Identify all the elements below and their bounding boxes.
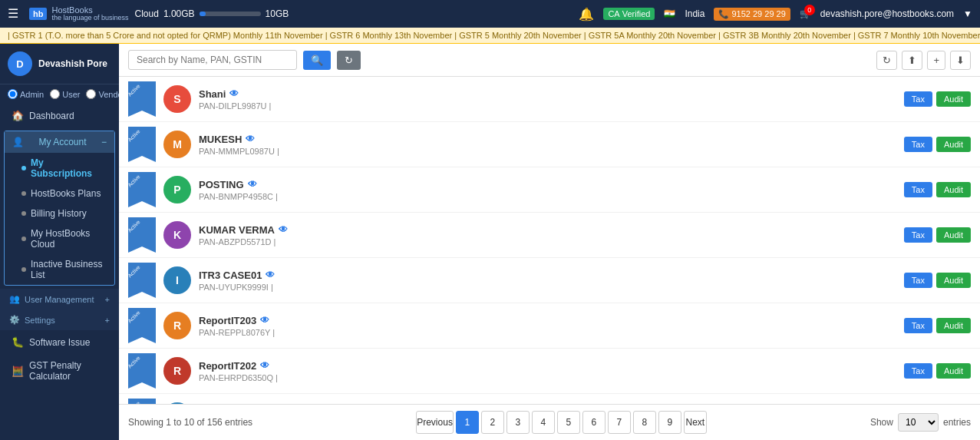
- audit-button[interactable]: Audit: [936, 227, 971, 243]
- audit-button[interactable]: Audit: [936, 363, 971, 379]
- download-icon-button[interactable]: ⬇: [950, 51, 971, 70]
- dot-icon: [21, 166, 26, 170]
- svg-marker-7: [128, 399, 156, 404]
- page-button-5[interactable]: 5: [557, 411, 580, 434]
- tax-button[interactable]: Tax: [904, 273, 932, 288]
- audit-button[interactable]: Audit: [936, 182, 971, 197]
- calc-icon: 🧮: [12, 366, 24, 377]
- entry-pan: PAN-DILPL9987U |: [199, 101, 896, 111]
- sidebar-item-billing-history[interactable]: Billing History: [5, 203, 114, 223]
- content-area: 🔍 ↻ ↻ ⬆ + ⬇ Active S Shani 👁: [119, 44, 980, 440]
- action-buttons: Tax Audit: [904, 182, 971, 197]
- sidebar-item-settings[interactable]: ⚙️ Settings +: [0, 309, 119, 330]
- ribbon-wrapper: Active: [128, 399, 156, 404]
- eye-icon[interactable]: 👁: [248, 179, 257, 190]
- sidebar-item-software-issue[interactable]: 🐛 Software Issue: [0, 330, 119, 354]
- tax-button[interactable]: Tax: [904, 318, 932, 333]
- bug-icon: 🐛: [12, 336, 24, 348]
- avatar: R: [163, 312, 191, 339]
- submenu-inactive-label: Inactive Business List: [31, 259, 107, 280]
- eye-icon[interactable]: 👁: [266, 270, 275, 280]
- my-account-icon: 👤: [12, 137, 24, 147]
- tax-button[interactable]: Tax: [904, 91, 932, 107]
- prev-button[interactable]: Previous: [416, 411, 454, 434]
- search-input[interactable]: [128, 50, 297, 70]
- chevron-down-icon[interactable]: ▼: [963, 8, 972, 19]
- search-button[interactable]: 🔍: [303, 51, 331, 70]
- my-account-section: 👤 My Account − My Subscriptions HostBook…: [4, 131, 115, 286]
- sync-icon-button[interactable]: ↻: [876, 51, 897, 70]
- audit-button[interactable]: Audit: [936, 91, 971, 107]
- page-button-7[interactable]: 7: [608, 411, 631, 434]
- table-row: Active K KUMAR VERMA 👁 PAN-ABZPD5571D | …: [119, 213, 980, 258]
- add-icon-button[interactable]: +: [927, 51, 945, 70]
- page-button-1[interactable]: 1: [456, 411, 479, 434]
- entries-label: entries: [943, 417, 971, 428]
- role-admin[interactable]: Admin: [8, 89, 44, 99]
- sidebar-item-dashboard[interactable]: 🏠 Dashboard: [0, 104, 119, 127]
- entry-info: KUMAR VERMA 👁 PAN-ABZPD5571D |: [199, 224, 896, 246]
- sidebar-item-inactive-business[interactable]: Inactive Business List: [5, 254, 114, 285]
- audit-button[interactable]: Audit: [936, 137, 971, 152]
- logo-box: hb: [29, 8, 47, 20]
- tax-button[interactable]: Tax: [904, 137, 932, 152]
- avatar: M: [163, 131, 191, 158]
- verified-label: Verified: [622, 9, 651, 18]
- user-mgmt-label: User Management: [25, 295, 94, 304]
- eye-icon[interactable]: 👁: [260, 360, 269, 371]
- dashboard-icon: 🏠: [12, 110, 24, 121]
- sidebar-item-hostbooks-plans[interactable]: HostBooks Plans: [5, 184, 114, 203]
- ribbon-wrapper: Active: [128, 172, 156, 207]
- tax-button[interactable]: Tax: [904, 363, 932, 379]
- entry-name: ReportIT203 👁: [199, 315, 896, 326]
- cart-icon[interactable]: 🛒 0: [800, 8, 811, 19]
- upload-icon-button[interactable]: ⬆: [902, 51, 922, 70]
- bell-icon[interactable]: 🔔: [579, 7, 594, 22]
- tax-button[interactable]: Tax: [904, 182, 932, 197]
- submenu-cloud-label: My HostBooks Cloud: [31, 228, 107, 250]
- page-button-6[interactable]: 6: [582, 411, 605, 434]
- submenu-billing-label: Billing History: [31, 208, 87, 219]
- page-button-2[interactable]: 2: [481, 411, 504, 434]
- eye-icon[interactable]: 👁: [279, 224, 288, 235]
- sidebar-item-user-management[interactable]: 👥 User Management +: [0, 289, 119, 309]
- user-email: devashish.pore@hostbooks.com: [820, 8, 954, 19]
- dot-icon: [21, 267, 26, 272]
- sidebar: D Devashish Pore Admin User Vendor 🏠 Das…: [0, 44, 119, 440]
- entry-info: POSTING 👁 PAN-BNMPP4958C |: [199, 179, 896, 201]
- table-row: Active R ReportIT202 👁 PAN-EHRPD6350Q | …: [119, 349, 980, 394]
- chevron-icon: −: [101, 137, 107, 147]
- audit-button[interactable]: Audit: [936, 273, 971, 288]
- entry-name: MUKESH 👁: [199, 134, 896, 145]
- table-row: Active S Shani 👁 PAN-DILPL9987U | Tax Au…: [119, 77, 980, 122]
- entry-pan: PAN-REPPL8076Y |: [199, 328, 896, 337]
- sidebar-item-hostbooks-cloud[interactable]: My HostBooks Cloud: [5, 223, 114, 254]
- page-button-8[interactable]: 8: [633, 411, 656, 434]
- next-button[interactable]: Next: [684, 411, 707, 434]
- plus-icon-settings: +: [105, 316, 110, 325]
- entry-info: ReportIT203 👁 PAN-REPPL8076Y |: [199, 315, 896, 337]
- entry-info: ITR3 CASE01 👁 PAN-UYUPK9999I |: [199, 270, 896, 292]
- action-buttons: Tax Audit: [904, 91, 971, 107]
- page-button-3[interactable]: 3: [506, 411, 530, 434]
- dot-icon: [21, 237, 26, 241]
- eye-icon[interactable]: 👁: [229, 88, 239, 99]
- hamburger-icon[interactable]: ☰: [8, 6, 18, 21]
- tax-button[interactable]: Tax: [904, 227, 932, 243]
- role-vendor[interactable]: Vendor: [86, 89, 119, 99]
- sidebar-item-subscriptions[interactable]: My Subscriptions: [5, 153, 114, 184]
- entry-name: Shani 👁: [199, 88, 896, 100]
- page-button-4[interactable]: 4: [532, 411, 555, 434]
- ribbon-wrapper: Active: [128, 308, 156, 343]
- eye-icon[interactable]: 👁: [246, 134, 255, 144]
- india-label[interactable]: India: [685, 8, 704, 19]
- submenu-plans-label: HostBooks Plans: [31, 188, 101, 199]
- show-select[interactable]: 102550100: [898, 413, 939, 432]
- eye-icon[interactable]: 👁: [260, 315, 269, 326]
- audit-button[interactable]: Audit: [936, 318, 971, 333]
- sidebar-item-gst-penalty[interactable]: 🧮 GST Penalty Calculator: [0, 354, 119, 388]
- refresh-button[interactable]: ↻: [337, 51, 361, 70]
- my-account-header[interactable]: 👤 My Account −: [5, 131, 114, 153]
- role-user[interactable]: User: [50, 89, 80, 99]
- page-button-9[interactable]: 9: [658, 411, 681, 434]
